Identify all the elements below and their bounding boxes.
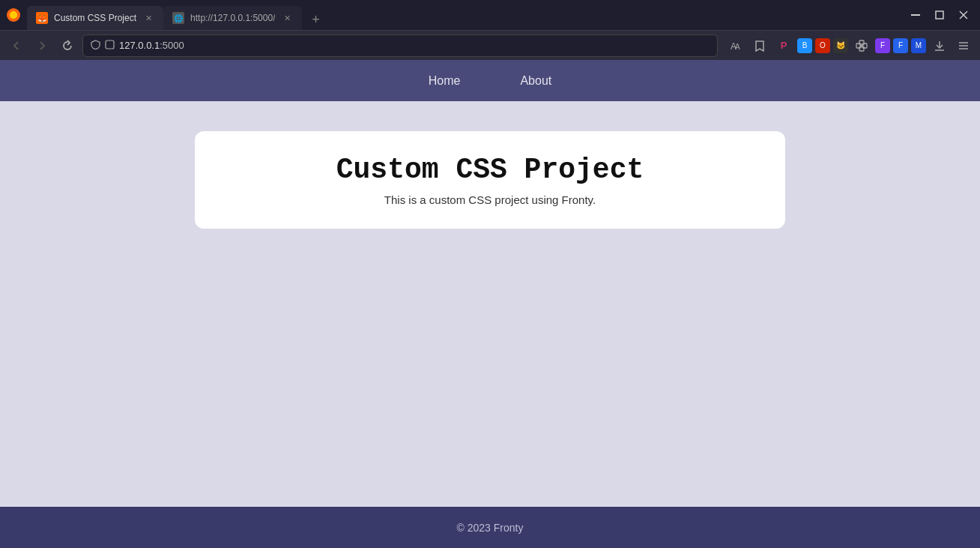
ext-icon-2[interactable]: O: [815, 38, 830, 53]
ext-icon-6[interactable]: M: [911, 38, 926, 53]
svg-rect-6: [106, 40, 114, 49]
svg-rect-12: [859, 46, 864, 51]
toolbar-icons: AA P B O 🐱 F F M: [725, 35, 974, 56]
site-footer: © 2023 Fronty: [0, 507, 980, 548]
tab-inactive[interactable]: 🌐 http://127.0.0.1:5000/ ✕: [163, 6, 302, 30]
extensions-icon[interactable]: [851, 35, 872, 56]
ext-icon-4[interactable]: F: [875, 38, 890, 53]
hero-wrapper: Custom CSS Project This is a custom CSS …: [0, 101, 980, 244]
tab-title: Custom CSS Project: [54, 13, 136, 23]
ext-icon-1[interactable]: B: [797, 38, 812, 53]
title-bar: 🦊 Custom CSS Project ✕ 🌐 http://127.0.0.…: [0, 0, 980, 30]
maximize-button[interactable]: [929, 4, 950, 25]
reload-button[interactable]: [57, 35, 78, 56]
back-button[interactable]: [6, 35, 27, 56]
ext-icon-3[interactable]: 🐱: [833, 38, 848, 53]
minimize-button[interactable]: [905, 4, 926, 25]
footer-text: © 2023 Fronty: [457, 522, 524, 534]
nav-link-home[interactable]: Home: [417, 68, 473, 94]
bookmark-icon[interactable]: [749, 35, 770, 56]
tab-favicon: 🦊: [36, 12, 48, 24]
nav-link-about[interactable]: About: [508, 68, 563, 94]
address-bar[interactable]: 127.0.0.1:5000: [82, 34, 718, 57]
tab-close-button[interactable]: ✕: [142, 12, 154, 24]
svg-text:A: A: [735, 43, 740, 51]
svg-rect-10: [862, 43, 867, 48]
new-tab-button[interactable]: +: [305, 9, 326, 30]
svg-point-1: [10, 11, 17, 19]
translate-icon[interactable]: AA: [725, 35, 746, 56]
tab-active[interactable]: 🦊 Custom CSS Project ✕: [27, 6, 163, 30]
svg-rect-3: [936, 11, 943, 19]
close-button[interactable]: [953, 4, 974, 25]
shield-icon: [91, 40, 100, 52]
svg-rect-2: [911, 14, 920, 16]
tab-favicon-2: 🌐: [172, 12, 184, 24]
tab-close-button-2[interactable]: ✕: [281, 12, 293, 24]
svg-rect-9: [856, 43, 861, 48]
address-text: 127.0.0.1:5000: [119, 40, 710, 51]
download-icon[interactable]: [929, 35, 950, 56]
pocket-icon[interactable]: P: [773, 35, 794, 56]
tab-title-2: http://127.0.0.1:5000/: [190, 13, 275, 23]
site-navbar: Home About: [0, 60, 980, 101]
menu-icon[interactable]: [953, 35, 974, 56]
forward-button[interactable]: [31, 35, 52, 56]
hero-section: Custom CSS Project This is a custom CSS …: [195, 131, 785, 229]
webpage: Home About Custom CSS Project This is a …: [0, 60, 980, 548]
svg-rect-11: [859, 40, 864, 45]
hero-title: Custom CSS Project: [210, 154, 770, 186]
ext-icon-5[interactable]: F: [893, 38, 908, 53]
page-icon: [105, 40, 115, 52]
tabs-container: 🦊 Custom CSS Project ✕ 🌐 http://127.0.0.…: [27, 0, 905, 30]
hero-subtitle: This is a custom CSS project using Front…: [210, 193, 770, 206]
firefox-icon: [6, 7, 21, 22]
nav-bar: 127.0.0.1:5000 AA P B O 🐱 F F M: [0, 30, 980, 60]
browser-chrome: 🦊 Custom CSS Project ✕ 🌐 http://127.0.0.…: [0, 0, 980, 60]
window-controls: [905, 4, 974, 25]
